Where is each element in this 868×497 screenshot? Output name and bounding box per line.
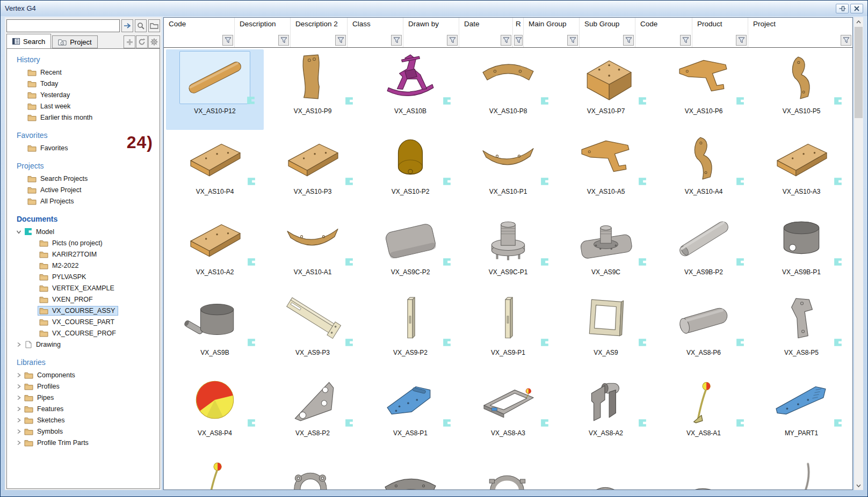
column-header-date-5[interactable]: Date (459, 18, 513, 47)
filter-button[interactable] (623, 35, 634, 46)
tree-item-search-projects[interactable]: Search Projects (7, 173, 160, 184)
column-header-main-group-7[interactable]: Main Group (524, 18, 580, 47)
grid-item-vx-as10-p6[interactable]: VX_AS10-P6 (655, 49, 753, 130)
tree-item-profile-trim-parts[interactable]: Profile Trim Parts (7, 437, 160, 448)
titlebar[interactable]: Vertex G4 (1, 1, 867, 16)
grid-item-partial[interactable] (166, 452, 264, 489)
grid-item-vx-as10-p8[interactable]: VX_AS10-P8 (459, 49, 557, 130)
grid-item-vx-as10-p2[interactable]: VX_AS10-P2 (361, 130, 459, 210)
grid-item-vx-as10-p4[interactable]: VX_AS10-P4 (166, 130, 264, 210)
filter-button[interactable] (567, 35, 578, 46)
tree-item-vx-course-prof[interactable]: VX_COURSE_PROF (7, 327, 160, 339)
filter-button[interactable] (335, 35, 346, 46)
grid-item-vx-as8-a2[interactable]: VX_AS8-A2 (557, 371, 655, 452)
tree-item-active-project[interactable]: Active Project (7, 184, 160, 195)
search-button[interactable] (135, 19, 147, 32)
tree-item-symbols[interactable]: Symbols (7, 426, 160, 437)
column-header-product-10[interactable]: Product (692, 18, 748, 47)
grid-item-vx-as10-a2[interactable]: VX_AS10-A2 (166, 210, 264, 291)
grid-item-vx-as10-a4[interactable]: VX_AS10-A4 (655, 130, 753, 210)
tree-node-drawing[interactable]: Drawing (7, 339, 160, 350)
add-button[interactable] (124, 35, 135, 48)
tree-item-recent[interactable]: Recent (7, 67, 160, 78)
grid-item-vx-as10-p5[interactable]: VX_AS10-P5 (753, 49, 850, 130)
grid-item-vx-as9-p1[interactable]: VX_AS9-P1 (459, 291, 557, 371)
tree-item-sketches[interactable]: Sketches (7, 414, 160, 426)
tree-item-vertex-example[interactable]: VERTEX_EXAMPLE (7, 282, 160, 294)
tab-search[interactable]: Search (6, 34, 51, 48)
grid-item-vx-as8-p6[interactable]: VX_AS8-P6 (655, 291, 753, 371)
pin-button[interactable] (836, 4, 849, 13)
grid-item-vx-as9b[interactable]: VX_AS9B (166, 291, 264, 371)
scrollbar-thumb[interactable] (855, 27, 863, 118)
grid-item-vx-as10-p1[interactable]: VX_AS10-P1 (459, 130, 557, 210)
grid-item-vx-as8-p4[interactable]: VX_AS8-P4 (166, 371, 264, 452)
open-folder-button[interactable] (148, 19, 160, 32)
grid-item-vx-as10-p9[interactable]: VX_AS10-P9 (264, 49, 361, 130)
grid-item-vx-as9[interactable]: VX_AS9 (557, 291, 655, 371)
tree-item-m2-2022[interactable]: M2-2022 (7, 260, 160, 271)
grid-item-vx-as8-a1[interactable]: VX_AS8-A1 (655, 371, 753, 452)
filter-button[interactable] (501, 35, 511, 46)
tree-item-yesterday[interactable]: Yesterday (7, 89, 160, 100)
grid-item-vx-as9b-p2[interactable]: VX_AS9B-P2 (655, 210, 753, 291)
scroll-up-arrow[interactable] (854, 17, 863, 26)
column-header-code-9[interactable]: Code (635, 18, 692, 47)
grid-item-vx-as10b[interactable]: VX_AS10B (361, 49, 459, 130)
grid-item-partial[interactable] (459, 452, 557, 489)
grid-item-partial[interactable] (264, 452, 361, 489)
column-header-sub-group-8[interactable]: Sub Group (580, 18, 635, 47)
column-header-description-1[interactable]: Description (235, 18, 291, 47)
column-header-code-0[interactable]: Code (164, 18, 235, 47)
filter-button[interactable] (514, 35, 523, 46)
tree-item-today[interactable]: Today (7, 78, 160, 89)
grid-item-partial[interactable] (361, 452, 459, 489)
search-input[interactable] (6, 19, 120, 32)
refresh-button[interactable] (136, 35, 148, 48)
vertical-scrollbar[interactable] (854, 17, 863, 490)
grid-item-vx-as10-p7[interactable]: VX_AS10-P7 (557, 49, 655, 130)
grid-item-my-part1[interactable]: MY_PART1 (753, 371, 850, 452)
tree-item-pipes[interactable]: Pipes (7, 392, 160, 403)
grid-item-vx-as8-a3[interactable]: VX_AS8-A3 (459, 371, 557, 452)
column-header-r-6[interactable]: R (513, 18, 524, 47)
grid-item-vx-as9c-p1[interactable]: VX_AS9C-P1 (459, 210, 557, 291)
grid-item-vx-as8-p5[interactable]: VX_AS8-P5 (753, 291, 850, 371)
tree-item-features[interactable]: Features (7, 403, 160, 414)
tree-item-earlier-this-month[interactable]: Earlier this month (7, 112, 160, 123)
tree-item-pylvaspk[interactable]: PYLVASPK (7, 271, 160, 282)
grid-item-vx-as9b-p1[interactable]: VX_AS9B-P1 (753, 210, 850, 291)
tree-item-karir27toim[interactable]: KARIR27TOIM (7, 248, 160, 260)
tree-item-vxen-prof[interactable]: VXEN_PROF (7, 294, 160, 305)
tree-item-profiles[interactable]: Profiles (7, 381, 160, 392)
grid-item-partial[interactable] (753, 452, 850, 489)
tree-item-vx-course-part[interactable]: VX_COURSE_PART (7, 316, 160, 327)
tree-item-components[interactable]: Components (7, 369, 160, 381)
tree-node-model[interactable]: Model (7, 226, 160, 237)
grid-item-partial[interactable] (557, 452, 655, 489)
column-header-project-11[interactable]: Project (748, 18, 852, 47)
grid-item-vx-as8-p2[interactable]: VX_AS8-P2 (264, 371, 361, 452)
grid-item-vx-as10-p3[interactable]: VX_AS10-P3 (264, 130, 361, 210)
grid-item-vx-as9-p3[interactable]: VX_AS9-P3 (264, 291, 361, 371)
filter-button[interactable] (680, 35, 691, 46)
grid-item-vx-as10-a5[interactable]: VX_AS10-A5 (557, 130, 655, 210)
grid-item-vx-as10-a3[interactable]: VX_AS10-A3 (753, 130, 850, 210)
tree-item-all-projects[interactable]: All Projects (7, 195, 160, 207)
filter-button[interactable] (391, 35, 402, 46)
grid-item-vx-as9-p2[interactable]: VX_AS9-P2 (361, 291, 459, 371)
tree-item-vx-course-assy[interactable]: VX_COURSE_ASSY (7, 305, 160, 316)
grid-item-vx-as8-p1[interactable]: VX_AS8-P1 (361, 371, 459, 452)
filter-button[interactable] (447, 35, 458, 46)
column-header-drawn-by-4[interactable]: Drawn by (403, 18, 459, 47)
grid-item-vx-as9c[interactable]: VX_AS9C (557, 210, 655, 291)
tree-item-picts-no-project[interactable]: Picts (no project) (7, 237, 160, 248)
filter-button[interactable] (278, 35, 289, 46)
filter-button[interactable] (222, 35, 233, 46)
grid-item-vx-as9c-p2[interactable]: VX_AS9C-P2 (361, 210, 459, 291)
column-header-class-3[interactable]: Class (348, 18, 403, 47)
settings-button[interactable] (148, 35, 160, 48)
tree-item-last-week[interactable]: Last week (7, 100, 160, 112)
grid-item-vx-as10-a1[interactable]: VX_AS10-A1 (264, 210, 361, 291)
go-button[interactable] (121, 19, 133, 32)
